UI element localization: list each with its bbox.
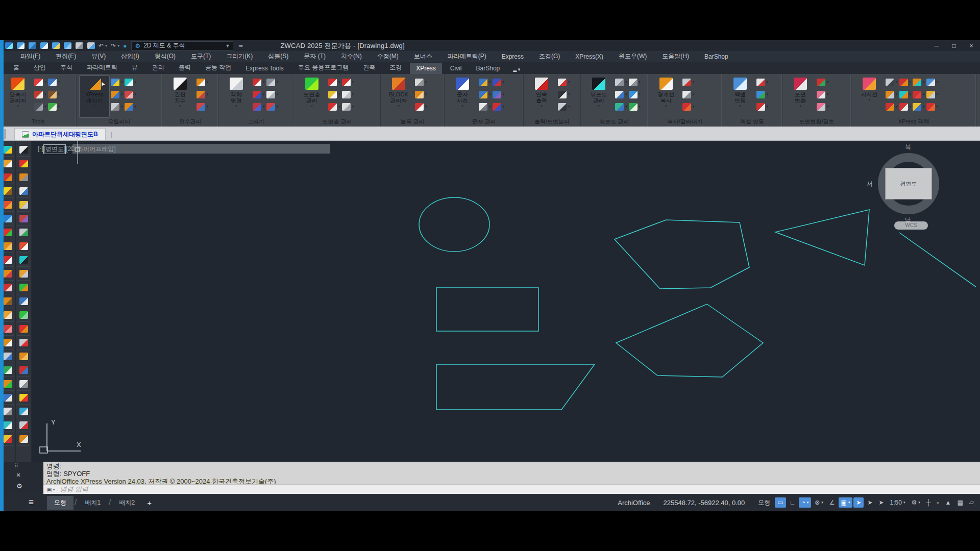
small-button[interactable]: ▾ (756, 77, 769, 87)
menu-item[interactable]: XPress(X) (575, 53, 603, 60)
toolbar-button[interactable] (17, 198, 30, 212)
view-cube-face[interactable]: 평면도 (885, 168, 932, 199)
toolbar-button[interactable] (17, 322, 30, 336)
small-button[interactable]: ▾ (756, 102, 769, 112)
small-button[interactable]: ▾ (493, 77, 505, 87)
ribbon-tab-뷰[interactable]: 뷰 (126, 61, 144, 74)
wcs-badge[interactable]: WCS (894, 221, 928, 230)
small-button[interactable]: ▾ (926, 89, 939, 99)
small-button[interactable]: ▾ (615, 102, 627, 112)
small-button[interactable]: ▾ (342, 102, 354, 112)
menu-item[interactable]: 보너스 (414, 52, 432, 61)
hamburger-menu-icon[interactable]: ≡ (29, 497, 34, 508)
toolbar-button[interactable] (17, 336, 30, 349)
new-file-icon[interactable] (17, 42, 24, 49)
menu-item[interactable]: 수정(M) (377, 52, 399, 61)
small-button[interactable]: ▾ (34, 89, 46, 99)
big-button[interactable]: 문자사전▾ (448, 76, 477, 117)
isolate-toggle[interactable]: ▲ (943, 497, 954, 508)
ribbon-tab-관리[interactable]: 관리 (146, 61, 170, 74)
big-button[interactable]: 간편치수▾ (165, 76, 195, 117)
drawing-canvas[interactable]: [-][평면도][2D 와이어프레임] 평면도 북 서 남 WCS (32, 141, 980, 462)
ribbon-tab-주석[interactable]: 주석 (54, 61, 79, 74)
menu-item[interactable]: 그리기(K) (226, 52, 253, 61)
clean-screen[interactable]: ▦ (954, 497, 965, 508)
small-button[interactable]: ▾ (558, 77, 570, 87)
small-button[interactable]: ▾ (629, 102, 641, 112)
ribbon-tab-Civil[interactable]: Civil (444, 63, 468, 74)
angle-toggle[interactable]: ∠ (827, 497, 838, 508)
print-preview-icon[interactable] (87, 42, 95, 49)
ribbon-collapse-button[interactable]: ▂ ▾ (508, 65, 525, 74)
ribbon-tab-출력[interactable]: 출력 (173, 61, 197, 74)
menu-item[interactable]: 형식(O) (155, 52, 176, 61)
toolbar-button[interactable] (17, 267, 30, 281)
app-logo-icon[interactable] (5, 42, 13, 49)
otrack-toggle[interactable]: ◔▾ (799, 497, 811, 508)
lineweight-toggle[interactable]: ⊗▾ (812, 497, 826, 508)
big-button[interactable]: 단축키관리자▾ (3, 76, 33, 117)
small-button[interactable]: ▾ (197, 77, 209, 87)
menu-item[interactable]: 윈도우(W) (619, 52, 647, 61)
toolbar-button[interactable] (17, 294, 30, 308)
small-button[interactable]: ▾ (111, 89, 123, 99)
small-button[interactable]: ▾ (125, 89, 137, 99)
maximize-button[interactable]: □ (945, 42, 963, 49)
toolbar-button[interactable] (17, 391, 30, 405)
ribbon-tab-BarShop[interactable]: BarShop (470, 63, 506, 74)
menu-item[interactable]: 조경(G) (539, 52, 560, 61)
small-button[interactable]: ▾ (197, 89, 209, 99)
close-command-icon[interactable]: × (16, 471, 20, 479)
view-cube-west[interactable]: 서 (867, 180, 873, 188)
small-button[interactable]: ▾ (615, 89, 627, 99)
big-button[interactable]: ➤XPress계산기▾ (80, 76, 109, 117)
big-button[interactable]: 객체명령▾ (222, 76, 251, 117)
workspace-toggle[interactable]: ▱ (967, 497, 976, 508)
small-button[interactable]: ▾ (817, 102, 829, 112)
undo-button[interactable]: ↶ (99, 42, 104, 49)
small-button[interactable]: ▾ (682, 77, 695, 87)
small-button[interactable]: ▾ (926, 102, 939, 112)
save-file-icon[interactable] (40, 42, 48, 49)
small-button[interactable]: ▾ (34, 102, 46, 112)
ribbon-tab-삽입[interactable]: 삽입 (28, 61, 52, 74)
close-button[interactable]: × (963, 42, 980, 49)
small-button[interactable]: ▾ (125, 77, 137, 87)
small-button[interactable]: ▾ (48, 102, 60, 112)
model-space-button[interactable]: 모형 (754, 496, 774, 509)
ribbon-tab-파라메트릭[interactable]: 파라메트릭 (81, 61, 124, 74)
small-button[interactable]: ▾ (479, 102, 491, 112)
small-button[interactable]: ▾ (479, 89, 491, 99)
menu-item[interactable]: 뷰(V) (91, 52, 106, 61)
crosshair-toggle[interactable]: ┼ (924, 497, 934, 508)
ribbon-tab-조경[interactable]: 조경 (383, 61, 408, 74)
menu-item[interactable]: 파일(F) (20, 52, 40, 61)
collab-icon[interactable]: ● (123, 42, 127, 49)
small-button[interactable]: ▾ (34, 77, 46, 87)
small-button[interactable]: ▾ (629, 89, 641, 99)
command-input-row[interactable]: ▣ ▾ 명령 입력 (43, 484, 980, 494)
sync-icon[interactable]: ≂ (238, 42, 243, 49)
toolbar-button[interactable] (17, 363, 30, 377)
small-button[interactable]: ▾ (266, 89, 279, 99)
ribbon-tab-XPress[interactable]: XPress (410, 63, 442, 74)
small-button[interactable]: ▾ (125, 102, 137, 112)
small-button[interactable]: ▾ (899, 77, 912, 87)
small-button[interactable]: ▾ (913, 77, 925, 87)
small-button[interactable]: ▾ (817, 77, 829, 87)
toolbar-button[interactable] (17, 418, 30, 432)
small-button[interactable]: ▾ (415, 102, 427, 112)
small-button[interactable]: ▾ (756, 89, 769, 99)
big-button[interactable]: 도면층관리▾ (297, 76, 327, 117)
small-button[interactable]: ▾ (899, 102, 912, 112)
small-button[interactable]: ▾ (328, 89, 340, 99)
small-button[interactable]: ▾ (253, 89, 265, 99)
menu-item[interactable]: 편집(E) (56, 52, 76, 61)
small-button[interactable]: ▾ (926, 77, 939, 87)
toolbar-button[interactable] (17, 184, 30, 198)
small-button[interactable]: ▾ (913, 102, 925, 112)
menu-item[interactable]: 삽입(I) (121, 52, 139, 61)
menu-item[interactable]: 파라메트릭(P) (448, 52, 486, 61)
polar-toggle[interactable]: ∟ (787, 497, 798, 508)
big-button[interactable]: 도면변환▾ (786, 76, 815, 117)
